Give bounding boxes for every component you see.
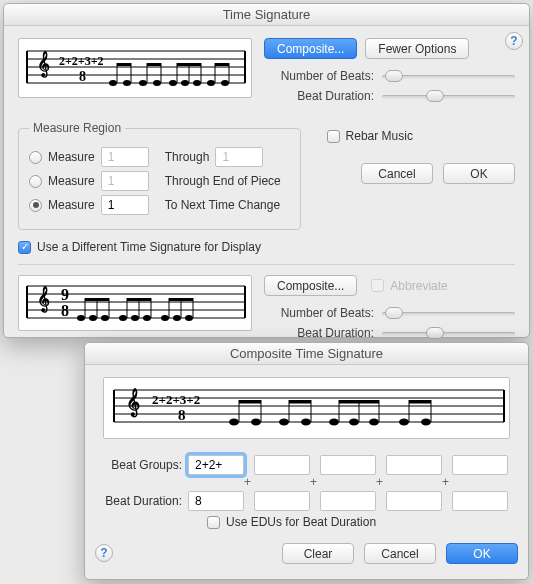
main-preview: 𝄞 2+2+3+2 8 bbox=[18, 38, 252, 98]
display-num-beats-slider[interactable] bbox=[382, 306, 515, 320]
svg-text:2+2+3+2: 2+2+3+2 bbox=[59, 54, 104, 68]
plus-icon: + bbox=[310, 475, 317, 489]
svg-point-74 bbox=[251, 419, 261, 426]
beat-duration-input-4[interactable] bbox=[386, 491, 442, 511]
beat-group-input-2[interactable] bbox=[254, 455, 310, 475]
help-button[interactable]: ? bbox=[505, 32, 523, 50]
composite-preview: 𝄞 2+2+3+2 8 bbox=[103, 377, 510, 439]
clear-button[interactable]: Clear bbox=[282, 543, 354, 564]
svg-text:8: 8 bbox=[178, 407, 186, 423]
display-num-beats-label: Number of Beats: bbox=[264, 306, 374, 320]
svg-text:8: 8 bbox=[61, 302, 69, 319]
plus-icon: + bbox=[244, 475, 251, 489]
through-end-label: Through End of Piece bbox=[165, 174, 281, 188]
display-composite-button[interactable]: Composite... bbox=[264, 275, 357, 296]
beat-duration-input-5[interactable] bbox=[452, 491, 508, 511]
measure-label: Measure bbox=[48, 150, 95, 164]
measure-from-input-3[interactable] bbox=[101, 195, 149, 215]
beat-duration-input-1[interactable] bbox=[188, 491, 244, 511]
svg-point-56 bbox=[161, 315, 169, 321]
beat-duration-label: Beat Duration: bbox=[264, 89, 374, 103]
to-next-change-label: To Next Time Change bbox=[165, 198, 280, 212]
measure-from-input-2[interactable] bbox=[101, 171, 149, 191]
svg-point-50 bbox=[131, 315, 139, 321]
rebar-label: Rebar Music bbox=[346, 129, 413, 143]
beat-group-input-4[interactable] bbox=[386, 455, 442, 475]
radio-measure-through[interactable] bbox=[29, 151, 42, 164]
svg-point-10 bbox=[109, 80, 117, 86]
radio-measure-end[interactable] bbox=[29, 175, 42, 188]
beat-groups-label: Beat Groups: bbox=[105, 458, 182, 472]
display-beat-duration-label: Beat Duration: bbox=[264, 326, 374, 340]
beat-duration-slider[interactable] bbox=[382, 89, 515, 103]
svg-point-43 bbox=[89, 315, 97, 321]
svg-point-21 bbox=[181, 80, 189, 86]
separator bbox=[18, 264, 515, 265]
svg-point-91 bbox=[421, 419, 431, 426]
svg-rect-94 bbox=[409, 400, 431, 404]
help-button[interactable]: ? bbox=[95, 544, 113, 562]
num-beats-label: Number of Beats: bbox=[264, 69, 374, 83]
svg-point-42 bbox=[77, 315, 85, 321]
svg-point-73 bbox=[229, 419, 239, 426]
cancel-button[interactable]: Cancel bbox=[364, 543, 436, 564]
beat-group-input-1[interactable] bbox=[188, 455, 244, 475]
abbreviate-label: Abbreviate bbox=[390, 279, 447, 293]
use-edus-label: Use EDUs for Beat Duration bbox=[226, 515, 376, 529]
cancel-button[interactable]: Cancel bbox=[361, 163, 433, 184]
ok-button[interactable]: OK bbox=[446, 543, 518, 564]
radio-measure-next-change[interactable] bbox=[29, 199, 42, 212]
svg-rect-55 bbox=[127, 298, 151, 301]
svg-point-90 bbox=[399, 419, 409, 426]
svg-point-22 bbox=[193, 80, 201, 86]
measure-region-fieldset: Measure Region Measure Through Measure T… bbox=[18, 121, 301, 230]
svg-point-58 bbox=[185, 315, 193, 321]
svg-rect-14 bbox=[117, 63, 131, 66]
use-edus-checkbox[interactable] bbox=[207, 516, 220, 529]
time-signature-window: Time Signature ? 𝄞 2+2+3+2 8 bbox=[3, 3, 530, 338]
abbreviate-checkbox bbox=[371, 279, 384, 292]
svg-point-78 bbox=[279, 419, 289, 426]
measure-through-input[interactable] bbox=[215, 147, 263, 167]
use-different-ts-label: Use a Different Time Signature for Displ… bbox=[37, 240, 261, 254]
svg-point-83 bbox=[329, 419, 339, 426]
svg-text:2+2+3+2: 2+2+3+2 bbox=[152, 392, 200, 407]
svg-point-79 bbox=[301, 419, 311, 426]
ok-button[interactable]: OK bbox=[443, 163, 515, 184]
fewer-options-button[interactable]: Fewer Options bbox=[365, 38, 469, 59]
plus-icon: + bbox=[442, 475, 449, 489]
measure-region-legend: Measure Region bbox=[29, 121, 125, 135]
through-label: Through bbox=[165, 150, 210, 164]
beat-duration-input-3[interactable] bbox=[320, 491, 376, 511]
svg-rect-31 bbox=[215, 63, 229, 66]
composite-button[interactable]: Composite... bbox=[264, 38, 357, 59]
svg-point-27 bbox=[207, 80, 215, 86]
display-preview: 𝄞 9 8 bbox=[18, 275, 252, 331]
svg-text:𝄞: 𝄞 bbox=[126, 387, 140, 418]
measure-label: Measure bbox=[48, 174, 95, 188]
svg-rect-19 bbox=[147, 63, 161, 66]
window-title: Composite Time Signature bbox=[85, 343, 528, 365]
beat-duration-input-2[interactable] bbox=[254, 491, 310, 511]
svg-text:𝄞: 𝄞 bbox=[37, 50, 50, 78]
svg-point-49 bbox=[119, 315, 127, 321]
measure-from-input-1[interactable] bbox=[101, 147, 149, 167]
svg-rect-77 bbox=[239, 400, 261, 404]
svg-rect-48 bbox=[85, 298, 109, 301]
num-beats-slider[interactable] bbox=[382, 69, 515, 83]
svg-point-57 bbox=[173, 315, 181, 321]
composite-time-signature-window: Composite Time Signature 𝄞 2+2+3+2 8 bbox=[84, 342, 529, 580]
svg-point-51 bbox=[143, 315, 151, 321]
svg-point-84 bbox=[349, 419, 359, 426]
beat-group-input-3[interactable] bbox=[320, 455, 376, 475]
svg-rect-62 bbox=[169, 298, 193, 301]
use-different-ts-checkbox[interactable] bbox=[18, 241, 31, 254]
svg-point-15 bbox=[139, 80, 147, 86]
beat-group-input-5[interactable] bbox=[452, 455, 508, 475]
rebar-checkbox[interactable] bbox=[327, 130, 340, 143]
svg-point-11 bbox=[123, 80, 131, 86]
window-title: Time Signature bbox=[4, 4, 529, 26]
beat-duration-label: Beat Duration: bbox=[105, 494, 182, 508]
display-beat-duration-slider[interactable] bbox=[382, 326, 515, 340]
svg-rect-89 bbox=[339, 400, 379, 404]
